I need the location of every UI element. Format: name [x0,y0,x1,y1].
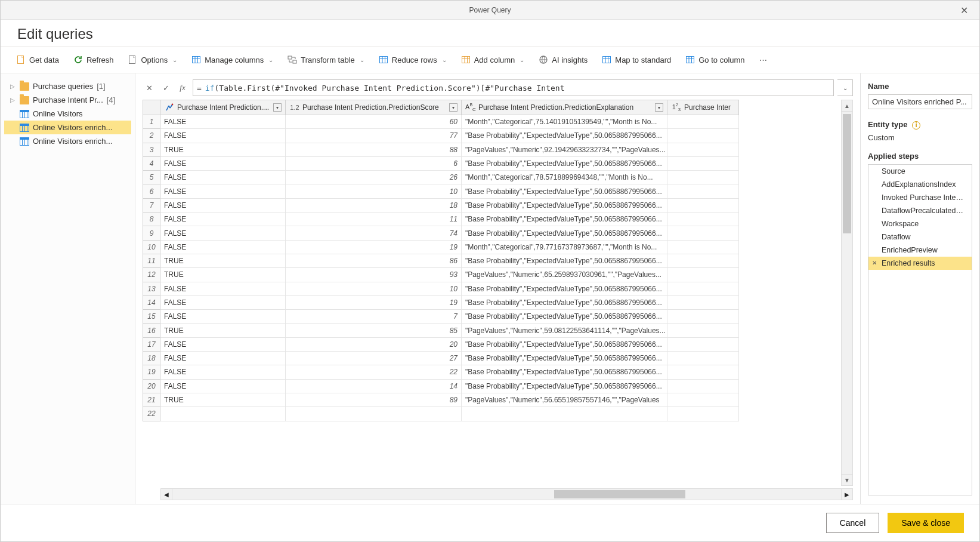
cell[interactable]: "Base Probability","ExpectedValueType",5… [462,184,667,198]
cell[interactable]: "PageValues","Numeric",65.2598937030961,… [462,268,667,282]
cell[interactable] [462,407,667,421]
cell[interactable]: 10 [286,184,462,198]
query-item[interactable]: ▷Purchase queries [1] [4,79,131,93]
cell[interactable]: "PageValues","Numeric",56.65519857557146… [462,393,667,407]
cell[interactable]: 60 [286,115,462,129]
cell[interactable]: "Month","Categorical",78.5718899694348,"… [462,171,667,184]
cell[interactable]: FALSE [160,365,286,379]
applied-step[interactable]: DataflowPrecalculatedSo... [868,204,972,217]
table-row[interactable]: TRUE85"PageValues","Numeric",59.08122553… [160,324,841,337]
add-column-button[interactable]: Add column ⌄ [455,51,531,68]
table-row[interactable]: FALSE77"Base Probability","ExpectedValue… [160,129,841,143]
get-data-button[interactable]: Get data [10,51,65,68]
query-item[interactable]: ▷Purchase Intent Pr... [4] [4,93,131,107]
info-icon[interactable]: i [912,121,920,130]
cell[interactable]: FALSE [160,157,286,171]
cell[interactable] [667,241,739,254]
table-row[interactable]: FALSE18"Base Probability","ExpectedValue… [160,199,841,213]
table-row[interactable]: FALSE11"Base Probability","ExpectedValue… [160,213,841,226]
row-header[interactable]: 17 [143,338,160,352]
cell[interactable]: TRUE [160,268,286,282]
table-row[interactable]: TRUE89"PageValues","Numeric",56.65519857… [160,393,841,407]
row-header[interactable]: 7 [143,199,160,213]
cell[interactable] [667,324,739,337]
refresh-button[interactable]: Refresh [67,51,120,68]
cell[interactable]: "Base Probability","ExpectedValueType",5… [462,282,667,296]
map-to-standard-button[interactable]: Map to standard [596,51,677,68]
cell[interactable]: 19 [286,296,462,310]
column-header[interactable]: 123 Purchase Inter [667,100,739,115]
row-header[interactable]: 3 [143,143,160,157]
applied-step[interactable]: Invoked Purchase Intent ... [868,191,972,204]
column-filter-button[interactable]: ▾ [655,103,663,112]
cell[interactable]: 7 [286,310,462,324]
cell[interactable]: 18 [286,199,462,213]
cell[interactable]: "Month","Categorical",75.14019105139549,… [462,115,667,129]
cell[interactable]: 11 [286,213,462,226]
table-row[interactable]: FALSE74"Base Probability","ExpectedValue… [160,226,841,240]
cell[interactable]: 14 [286,380,462,393]
applied-step[interactable]: Enriched results [868,257,972,270]
cell[interactable]: "Base Probability","ExpectedValueType",5… [462,338,667,352]
cell[interactable] [667,184,739,198]
scroll-down-icon[interactable]: ▼ [841,474,853,486]
cell[interactable]: "Base Probability","ExpectedValueType",5… [462,296,667,310]
cell[interactable] [667,254,739,268]
row-header[interactable]: 21 [143,393,160,407]
expand-icon[interactable]: ▷ [10,83,16,90]
cell[interactable] [667,407,739,421]
cell[interactable] [667,352,739,365]
row-header[interactable]: 16 [143,324,160,337]
cell[interactable]: "Base Probability","ExpectedValueType",5… [462,365,667,379]
table-row[interactable]: FALSE20"Base Probability","ExpectedValue… [160,338,841,352]
cell[interactable]: FALSE [160,115,286,129]
cell[interactable] [667,380,739,393]
reduce-rows-button[interactable]: Reduce rows ⌄ [373,51,453,68]
cell[interactable]: 93 [286,268,462,282]
cell[interactable]: 26 [286,171,462,184]
manage-columns-button[interactable]: Manage columns ⌄ [186,51,279,68]
cell[interactable]: FALSE [160,199,286,213]
cell[interactable]: TRUE [160,254,286,268]
save-close-button[interactable]: Save & close [888,513,964,533]
ai-insights-button[interactable]: AI insights [533,51,593,68]
cell[interactable]: 27 [286,352,462,365]
applied-step[interactable]: Source [868,165,972,178]
applied-step[interactable]: Workspace [868,217,972,230]
scroll-right-icon[interactable]: ▶ [841,488,853,500]
query-name-input[interactable]: Online Visitors enriched P... [868,94,972,109]
cell[interactable]: "Base Probability","ExpectedValueType",5… [462,352,667,365]
cell[interactable]: "Base Probability","ExpectedValueType",5… [462,199,667,213]
cell[interactable] [667,393,739,407]
cell[interactable] [667,296,739,310]
cell[interactable]: FALSE [160,241,286,254]
cell[interactable]: "Base Probability","ExpectedValueType",5… [462,254,667,268]
formula-commit-button[interactable]: ✓ [159,81,172,94]
more-button[interactable]: ⋯ [753,52,774,68]
cell[interactable] [667,115,739,129]
cell[interactable]: "PageValues","Numeric",92.19429633232734… [462,143,667,157]
row-header[interactable]: 22 [143,407,160,421]
table-row[interactable]: FALSE19"Month","Categorical",79.77167378… [160,241,841,254]
row-header[interactable]: 4 [143,157,160,171]
cell[interactable] [667,282,739,296]
table-row[interactable]: FALSE22"Base Probability","ExpectedValue… [160,365,841,379]
table-row[interactable]: FALSE7"Base Probability","ExpectedValueT… [160,310,841,324]
cell[interactable]: "Base Probability","ExpectedValueType",5… [462,380,667,393]
cell[interactable] [667,365,739,379]
cell[interactable] [667,157,739,171]
expand-icon[interactable]: ▷ [10,97,16,103]
go-to-column-button[interactable]: Go to column [679,51,750,68]
cell[interactable]: 89 [286,393,462,407]
query-item[interactable]: Online Visitors enrich... [4,134,131,148]
row-header[interactable]: 20 [143,380,160,393]
row-header[interactable]: 11 [143,254,160,268]
cell[interactable]: TRUE [160,393,286,407]
applied-step[interactable]: AddExplanationsIndex [868,178,972,191]
cell[interactable]: "Base Probability","ExpectedValueType",5… [462,213,667,226]
formula-input[interactable]: = if (Table.First(#"Invoked Purchase Int… [193,79,834,96]
cell[interactable] [667,213,739,226]
row-header[interactable]: 18 [143,352,160,365]
cell[interactable] [667,310,739,324]
vertical-scrollbar[interactable]: ▲ ▼ [841,100,853,486]
